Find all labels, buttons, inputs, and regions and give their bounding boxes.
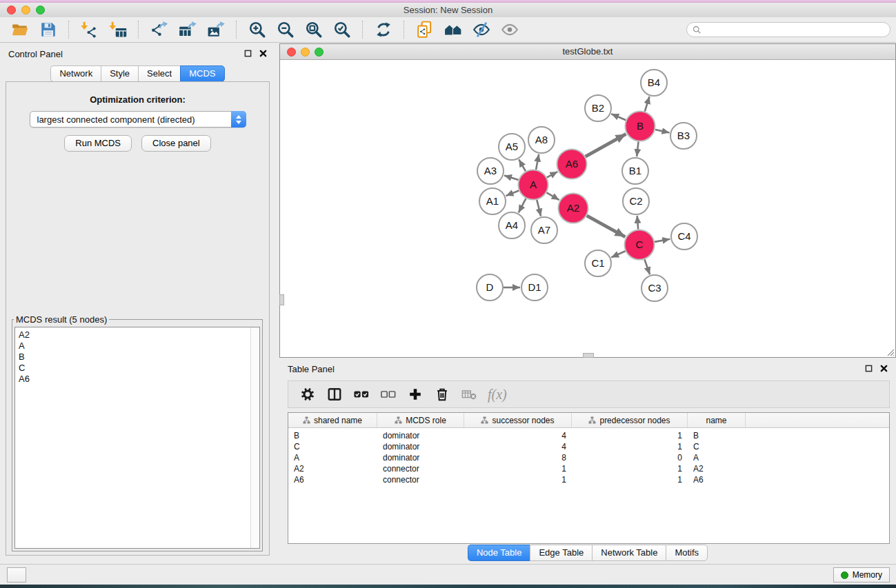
table-cell[interactable]: connector — [377, 475, 464, 485]
table-cell[interactable]: B — [688, 431, 746, 440]
tab-network-table[interactable]: Network Table — [592, 545, 666, 561]
table-cell[interactable]: A2 — [288, 464, 377, 474]
table-cell[interactable]: A6 — [688, 475, 746, 485]
import-network-button[interactable] — [75, 19, 103, 41]
mcds-result-item[interactable]: A — [19, 341, 259, 352]
search-input[interactable] — [701, 25, 884, 34]
column-header-predecessor-nodes[interactable]: predecessor nodes — [572, 413, 688, 427]
mcds-result-item[interactable]: C — [19, 363, 259, 374]
window-resize-grip[interactable] — [885, 347, 895, 356]
table-cell[interactable]: 1 — [464, 475, 572, 485]
graph-edge-A-A7[interactable] — [537, 200, 541, 216]
close-table-panel-icon[interactable] — [880, 365, 888, 372]
graph-edge-A-A3[interactable] — [504, 175, 519, 180]
graph-edge-C-C2[interactable] — [637, 216, 639, 230]
graph-node-B1[interactable]: B1 — [622, 158, 648, 184]
tab-select[interactable]: Select — [138, 65, 180, 82]
table-cell[interactable]: C — [688, 442, 746, 452]
select-all-button[interactable] — [348, 384, 375, 405]
zoom-out-button[interactable] — [271, 19, 299, 41]
export-network-button[interactable] — [145, 19, 173, 41]
save-session-button[interactable] — [34, 19, 62, 41]
graph-node-A2[interactable]: A2 — [559, 194, 588, 223]
graph-edge-A-A2[interactable] — [546, 192, 559, 200]
close-panel-button[interactable]: Close panel — [141, 135, 211, 152]
tab-mcds[interactable]: MCDS — [180, 65, 224, 82]
graph-node-B[interactable]: B — [626, 112, 655, 141]
graph-node-C3[interactable]: C3 — [641, 275, 668, 301]
table-cell[interactable]: 1 — [572, 475, 688, 485]
zoom-in-button[interactable] — [243, 19, 271, 41]
table-cell[interactable]: 4 — [464, 442, 572, 452]
graph-node-A3[interactable]: A3 — [477, 158, 504, 184]
task-history-button[interactable] — [7, 567, 26, 582]
splitpane-grip-left[interactable] — [279, 294, 284, 305]
table-cell[interactable]: dominator — [377, 431, 464, 440]
split-view-button[interactable] — [321, 384, 348, 405]
graph-node-B2[interactable]: B2 — [585, 95, 611, 121]
show-panel-button[interactable] — [495, 19, 524, 41]
memory-button[interactable]: Memory — [833, 567, 890, 582]
apply-layout-button[interactable] — [369, 19, 397, 41]
export-image-button[interactable] — [201, 19, 230, 41]
table-cell[interactable]: connector — [377, 464, 464, 474]
network-view-window[interactable]: testGlobe.txt AA1A2A3A4A5A6A7A8BB1B2B3B4… — [279, 43, 896, 358]
table-cell[interactable]: A — [688, 453, 746, 463]
graph-node-D1[interactable]: D1 — [521, 274, 548, 301]
network-zoom-button[interactable] — [315, 48, 323, 57]
graph-node-C2[interactable]: C2 — [623, 188, 649, 214]
close-panel-icon[interactable] — [259, 50, 267, 57]
deselect-all-button[interactable] — [375, 384, 401, 405]
mcds-result-item[interactable]: A6 — [19, 374, 259, 385]
home-button[interactable] — [439, 19, 467, 41]
network-canvas[interactable]: AA1A2A3A4A5A6A7A8BB1B2B3B4CC1C2C3C4DD1 — [280, 60, 895, 357]
main-titlebar[interactable]: Session: New Session — [0, 3, 896, 17]
tab-edge-table[interactable]: Edge Table — [530, 545, 592, 561]
optimization-criterion-select[interactable]: largest connected component (directed) — [30, 111, 246, 128]
graph-node-A4[interactable]: A4 — [499, 212, 525, 239]
zoom-selected-button[interactable] — [328, 19, 356, 41]
graph-edge-A-A6[interactable] — [547, 172, 558, 177]
delete-column-button[interactable] — [428, 384, 455, 405]
table-cell[interactable]: 1 — [572, 431, 688, 440]
table-cell[interactable]: B — [288, 431, 377, 440]
column-header-name[interactable]: name — [688, 413, 746, 427]
mcds-result-item[interactable]: B — [19, 352, 259, 363]
network-minimize-button[interactable] — [301, 48, 310, 57]
column-header-MCDS-role[interactable]: MCDS role — [377, 413, 464, 427]
tab-style[interactable]: Style — [101, 65, 138, 82]
zoom-fit-button[interactable] — [299, 19, 328, 41]
import-table-button[interactable] — [103, 19, 132, 41]
tab-motifs[interactable]: Motifs — [666, 545, 708, 561]
float-panel-icon[interactable] — [244, 50, 252, 57]
graph-edge-B-B3[interactable] — [655, 130, 670, 133]
graph-node-C[interactable]: C — [625, 230, 655, 260]
table-cell[interactable]: 1 — [572, 464, 688, 474]
copy-network-button[interactable] — [410, 19, 439, 41]
table-cell[interactable]: C — [288, 442, 377, 452]
table-cell[interactable]: dominator — [377, 442, 464, 452]
graph-edge-A-A1[interactable] — [506, 191, 519, 196]
table-settings-button[interactable] — [294, 384, 321, 405]
float-table-panel-icon[interactable] — [865, 365, 873, 372]
graph-edge-B-B2[interactable] — [611, 114, 626, 120]
table-cell[interactable]: dominator — [377, 453, 464, 463]
graph-node-C1[interactable]: C1 — [585, 250, 611, 276]
table-cell[interactable]: A — [288, 453, 377, 463]
mcds-result-item[interactable]: A2 — [19, 330, 259, 341]
graph-node-A[interactable]: A — [519, 170, 548, 200]
column-header-shared-name[interactable]: shared name — [288, 413, 377, 427]
table-cell[interactable]: 0 — [572, 453, 688, 463]
hide-panel-button[interactable] — [467, 19, 495, 41]
table-cell[interactable]: 1 — [464, 464, 572, 474]
network-graph[interactable]: AA1A2A3A4A5A6A7A8BB1B2B3B4CC1C2C3C4DD1 — [280, 60, 895, 357]
table-row[interactable]: Adominator80A — [288, 452, 889, 463]
graph-edge-A-A8[interactable] — [536, 154, 539, 170]
graph-node-B4[interactable]: B4 — [641, 70, 667, 96]
table-row[interactable]: A6connector11A6 — [288, 474, 889, 485]
graph-edge-C-C3[interactable] — [644, 259, 650, 274]
graph-node-D[interactable]: D — [477, 274, 503, 301]
table-cell[interactable]: A2 — [688, 464, 746, 474]
graph-edge-A6-B[interactable] — [586, 134, 626, 156]
table-row[interactable]: A2connector11A2 — [288, 463, 889, 474]
